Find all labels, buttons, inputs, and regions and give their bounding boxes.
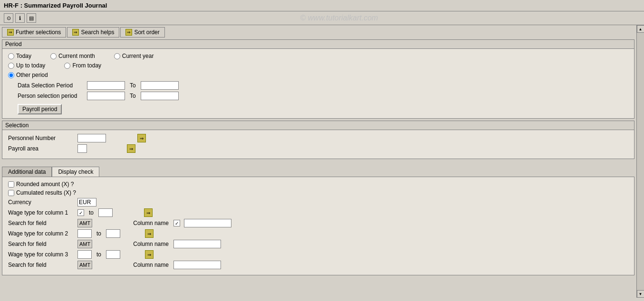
- window-title: HR-F : Summarized Payroll Journal: [4, 2, 107, 9]
- wage-col2-row: Wage type for column 2 to ⇒: [8, 229, 628, 238]
- search-field1-badge: AMT: [77, 219, 92, 227]
- currency-row: Currency: [8, 198, 628, 207]
- toolbar: ⊙ ℹ ▤ © www.tutorialkart.com: [0, 11, 644, 25]
- rounded-amount-checkbox[interactable]: [8, 181, 14, 188]
- payroll-area-row: Payroll area ⇒: [8, 144, 628, 153]
- payroll-period-button[interactable]: Payroll period: [18, 104, 62, 114]
- main-content: ⇒ Further selections ⇒ Search helps ⇒ So…: [0, 25, 644, 298]
- scroll-track: [637, 33, 644, 290]
- wage-col1-row: Wage type for column 1 ✓ to ⇒: [8, 208, 628, 217]
- person-to-label: To: [130, 93, 136, 99]
- radio-current-year[interactable]: Current year: [114, 53, 154, 59]
- wage-col1-nav-button[interactable]: ⇒: [144, 208, 153, 217]
- info-icon[interactable]: ℹ: [15, 13, 25, 23]
- personnel-nav-button[interactable]: ⇒: [137, 134, 146, 142]
- search-field1-row: Search for field AMT Column name ✓: [8, 219, 628, 227]
- nav-tabs: ⇒ Further selections ⇒ Search helps ⇒ So…: [0, 25, 636, 38]
- radio-current-year-input[interactable]: [114, 53, 120, 59]
- payroll-area-input[interactable]: [77, 144, 87, 153]
- tab-search-helps[interactable]: ⇒ Search helps: [67, 27, 119, 38]
- radio-today-input[interactable]: [8, 53, 14, 59]
- radio-other-period[interactable]: Other period: [8, 72, 48, 78]
- data-selection-row: Data Selection Period To: [18, 81, 628, 90]
- search-field3-badge: AMT: [77, 261, 92, 269]
- radio-today-label: Today: [16, 53, 31, 59]
- person-selection-input[interactable]: [87, 92, 125, 100]
- wage-col3-label: Wage type for column 3: [8, 251, 75, 258]
- radio-row-1: Today Current month Current year: [8, 53, 628, 59]
- cumulated-results-checkbox[interactable]: [8, 190, 14, 196]
- period-section: Period Today Current month: [2, 39, 634, 119]
- sort-order-arrow-icon: ⇒: [125, 29, 132, 36]
- radio-row-2: Up to today From today: [8, 62, 628, 69]
- col-name3-input[interactable]: [173, 261, 221, 269]
- radio-row-3: Other period: [8, 72, 628, 78]
- rounded-amount-row: Rounded amount (X) ?: [8, 181, 628, 188]
- radio-current-month[interactable]: Current month: [50, 53, 95, 59]
- wage-col3-nav-button[interactable]: ⇒: [145, 250, 154, 259]
- radio-from-today[interactable]: From today: [64, 62, 101, 69]
- personnel-number-label: Personnel Number: [8, 135, 75, 141]
- payroll-area-nav-button[interactable]: ⇒: [127, 144, 135, 153]
- bottom-section: Additional data Display check Rounded am…: [2, 167, 634, 275]
- search-helps-label: Search helps: [81, 29, 114, 36]
- wage-col3-input[interactable]: [77, 250, 92, 259]
- col-name2-input[interactable]: [173, 240, 221, 248]
- currency-input[interactable]: [77, 198, 96, 207]
- rounded-amount-label: Rounded amount (X) ?: [16, 181, 74, 188]
- search-helps-arrow-icon: ⇒: [72, 29, 79, 36]
- data-to-label-1: To: [130, 82, 136, 89]
- cumulated-results-label: Cumulated results (X) ?: [16, 189, 76, 196]
- radio-current-month-input[interactable]: [50, 53, 57, 59]
- search-field2-badge: AMT: [77, 240, 92, 248]
- cumulated-results-row: Cumulated results (X) ?: [8, 189, 628, 196]
- radio-current-month-label: Current month: [58, 53, 95, 59]
- col-name1-checkbox-styled: ✓: [173, 220, 180, 226]
- window-container: HR-F : Summarized Payroll Journal ⊙ ℹ ▤ …: [0, 0, 644, 301]
- wage-col3-to-input[interactable]: [106, 250, 120, 259]
- selection-content: Personnel Number ⇒ Payroll area ⇒: [2, 130, 634, 159]
- tab-display-check[interactable]: Display check: [52, 167, 99, 177]
- search-field2-label: Search for field: [8, 241, 75, 247]
- tab-sort-order[interactable]: ⇒ Sort order: [120, 27, 164, 38]
- radio-other-period-input[interactable]: [8, 72, 14, 78]
- title-bar: HR-F : Summarized Payroll Journal: [0, 0, 644, 11]
- wage-col1-to-input[interactable]: [98, 208, 113, 217]
- col-name3-label: Column name: [133, 262, 169, 268]
- tab-further-selections[interactable]: ⇒ Further selections: [2, 27, 66, 38]
- save-icon[interactable]: ▤: [27, 13, 36, 23]
- bottom-section-box: Rounded amount (X) ? Cumulated results (…: [2, 177, 634, 275]
- data-selection-input[interactable]: [87, 81, 125, 90]
- search-field3-row: Search for field AMT Column name: [8, 261, 628, 269]
- scroll-up-arrow[interactable]: ▲: [637, 25, 644, 33]
- radio-up-to-today-label: Up to today: [16, 62, 45, 69]
- radio-up-to-today[interactable]: Up to today: [8, 62, 45, 69]
- payroll-btn-row: Payroll period: [18, 102, 628, 114]
- content-area: ⇒ Further selections ⇒ Search helps ⇒ So…: [0, 25, 636, 298]
- person-selection-label: Person selection period: [18, 93, 84, 99]
- wage-col2-nav-button[interactable]: ⇒: [145, 229, 154, 238]
- selection-section: Selection Personnel Number ⇒ Payroll are…: [2, 121, 634, 159]
- period-title: Period: [2, 40, 634, 49]
- scroll-down-arrow[interactable]: ▼: [637, 290, 644, 298]
- personnel-number-row: Personnel Number ⇒: [8, 134, 628, 142]
- search-field2-row: Search for field AMT Column name: [8, 240, 628, 248]
- wage-col3-to-label: to: [96, 251, 101, 258]
- radio-up-to-today-input[interactable]: [8, 63, 14, 69]
- selection-title: Selection: [2, 121, 634, 130]
- radio-today[interactable]: Today: [8, 53, 31, 59]
- col-name1-input[interactable]: [184, 219, 231, 227]
- tab-additional-data[interactable]: Additional data: [2, 167, 52, 177]
- data-selection-to-input[interactable]: [141, 81, 179, 90]
- wage-col2-input[interactable]: [77, 229, 92, 238]
- wage-col3-row: Wage type for column 3 to ⇒: [8, 250, 628, 259]
- person-selection-to-input[interactable]: [141, 92, 179, 100]
- personnel-number-input[interactable]: [77, 134, 106, 142]
- radio-from-today-input[interactable]: [64, 63, 70, 69]
- back-icon[interactable]: ⊙: [4, 13, 13, 23]
- payroll-area-label: Payroll area: [8, 145, 75, 152]
- wage-col2-to-input[interactable]: [106, 229, 120, 238]
- radio-from-today-label: From today: [72, 62, 101, 69]
- further-selections-label: Further selections: [16, 29, 61, 36]
- period-content: Today Current month Current year: [2, 49, 634, 118]
